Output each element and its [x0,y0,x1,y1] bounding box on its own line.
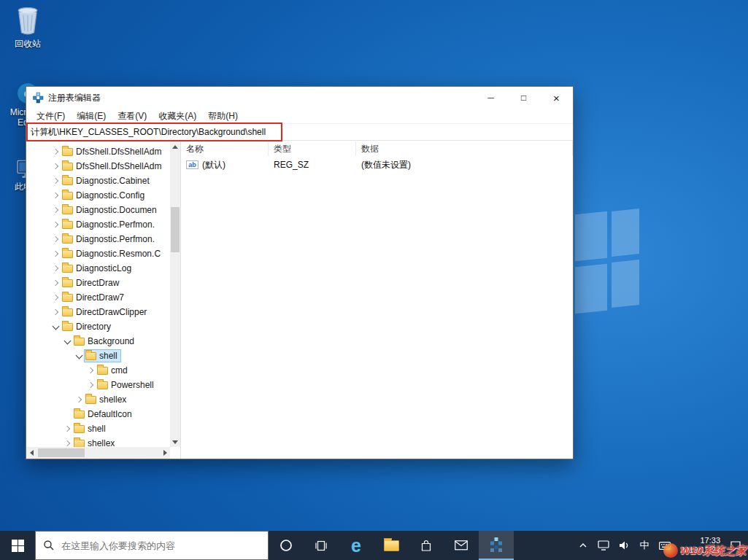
tree-node[interactable]: shell [85,350,120,362]
chevron-right-icon[interactable] [51,203,61,217]
action-center-button[interactable] [728,531,744,560]
ime-language-button[interactable]: 中 [636,531,652,560]
scroll-right-button[interactable] [160,448,170,458]
tree-node[interactable]: shellex [85,394,129,405]
start-button[interactable] [0,531,35,560]
chevron-down-icon[interactable] [51,319,61,334]
tree-item-8-diagnosticlog[interactable]: DiagnosticLog [26,261,170,276]
search-box[interactable] [35,531,269,560]
tree-item-14-shell[interactable]: shell [26,349,170,363]
scroll-down-button[interactable] [170,437,180,447]
tree-vertical-scrollbar[interactable] [170,141,180,447]
menu-file[interactable]: 文件(F) [31,110,71,122]
tree-item-1-dfsshell-dfsshelladm[interactable]: DfsShell.DfsShellAdm [26,159,170,174]
file-explorer-button[interactable] [374,531,409,560]
tree-item-6-diagnostic-perfmon-[interactable]: Diagnostic.Perfmon. [26,232,170,246]
cortana-button[interactable] [269,531,304,560]
minimize-button[interactable]: ─ [474,87,507,109]
clock[interactable]: 17:33 2019/12/24 [677,536,723,555]
tree-item-11-directdrawclipper[interactable]: DirectDrawClipper [26,305,170,319]
search-input[interactable] [61,540,261,551]
close-button[interactable]: × [540,87,573,109]
tree-node[interactable]: Powershell [96,379,157,391]
desktop-icon-recycle-bin[interactable]: 回收站 [4,6,51,49]
tree-item-16-powershell[interactable]: Powershell [26,378,170,392]
tree-item-18-defaulticon[interactable]: DefaultIcon [26,407,170,421]
address-input[interactable] [26,124,573,140]
tree-item-3-diagnostic-config[interactable]: Diagnostic.Config [26,188,170,203]
tray-expand-button[interactable] [575,531,591,560]
store-button[interactable] [409,531,444,560]
horizontal-scroll-thumb[interactable] [38,448,85,457]
scroll-left-button[interactable] [26,448,36,458]
chevron-right-icon[interactable] [63,436,73,447]
tree-node[interactable]: DfsShell.DfsShellAdm [61,160,164,172]
vertical-scroll-thumb[interactable] [171,207,180,252]
tree-item-13-background[interactable]: Background [26,334,170,349]
network-tray-button[interactable] [595,531,612,560]
chevron-right-icon[interactable] [51,188,61,203]
tree-item-15-cmd[interactable]: cmd [26,363,170,378]
tree-node[interactable]: cmd [96,365,131,376]
tree-node[interactable]: Directory [61,321,114,332]
chevron-right-icon[interactable] [51,290,61,305]
chevron-right-icon[interactable] [51,232,61,246]
tree-item-17-shellex[interactable]: shellex [26,392,170,407]
chevron-right-icon[interactable] [51,261,61,276]
chevron-right-icon[interactable] [51,276,61,290]
maximize-button[interactable]: □ [507,87,540,109]
chevron-right-icon[interactable] [51,305,61,319]
volume-tray-button[interactable] [616,531,632,560]
tree-node[interactable]: Diagnostic.Perfmon. [61,233,158,245]
tree-node[interactable]: DefaultIcon [73,408,135,420]
tree-node[interactable]: Diagnostic.Documen [61,204,160,216]
registry-value-row[interactable]: ab (默认) REG_SZ (数值未设置) [181,158,573,172]
chevron-right-icon[interactable] [51,217,61,232]
column-header-data[interactable]: 数据 [356,141,573,156]
tree-node[interactable]: DirectDrawClipper [61,306,150,318]
tree-node[interactable]: DirectDraw [61,277,122,289]
tree-item-19-shell[interactable]: shell [26,421,170,436]
tree-node[interactable]: DirectDraw7 [61,292,127,303]
chevron-right-icon[interactable] [51,174,61,188]
tree-item-9-directdraw[interactable]: DirectDraw [26,276,170,290]
title-bar[interactable]: 注册表编辑器 ─ □ × [26,87,573,109]
tree-horizontal-scrollbar[interactable] [26,447,170,459]
tree-item-12-directory[interactable]: Directory [26,319,170,334]
tree-node[interactable]: Diagnostic.Perfmon. [61,219,158,230]
mail-button[interactable] [444,531,479,560]
menu-help[interactable]: 帮助(H) [202,110,244,122]
tree-item-5-diagnostic-perfmon-[interactable]: Diagnostic.Perfmon. [26,217,170,232]
column-header-type[interactable]: 类型 [269,141,356,156]
chevron-right-icon[interactable] [51,144,61,159]
menu-view[interactable]: 查看(V) [112,110,153,122]
tree-node[interactable]: Diagnostic.Cabinet [61,175,153,187]
tree-item-20-shellex[interactable]: shellex [26,436,170,447]
column-header-name[interactable]: 名称 [181,141,269,156]
chevron-right-icon[interactable] [51,246,61,261]
desktop[interactable]: 回收站 e Microsoft Edge 此电脑 注册表编辑器 [0,0,748,560]
chevron-right-icon[interactable] [86,363,96,378]
tree-node[interactable]: shell [73,423,109,435]
tree-node[interactable]: shellex [73,438,117,447]
edge-button[interactable]: e [339,531,374,560]
scroll-up-button[interactable] [170,141,180,152]
chevron-right-icon[interactable] [51,159,61,174]
tree-item-4-diagnostic-documen[interactable]: Diagnostic.Documen [26,203,170,217]
tree-item-0-dfsshell-dfsshelladm[interactable]: DfsShell.DfsShellAdm [26,144,170,159]
chevron-right-icon[interactable] [86,378,96,392]
task-view-button[interactable] [304,531,339,560]
chevron-right-icon[interactable] [74,392,85,407]
tree-item-7-diagnostic-resmon-c[interactable]: Diagnostic.Resmon.C [26,246,170,261]
chevron-right-icon[interactable] [63,421,73,436]
tree-item-2-diagnostic-cabinet[interactable]: Diagnostic.Cabinet [26,174,170,188]
tree-node[interactable]: Background [73,335,137,347]
chevron-down-icon[interactable] [63,334,73,349]
menu-edit[interactable]: 编辑(E) [71,110,112,122]
menu-favorites[interactable]: 收藏夹(A) [153,110,202,122]
tree-node[interactable]: DfsShell.DfsShellAdm [61,146,164,158]
regedit-taskbar-button[interactable] [479,531,514,560]
tree-node[interactable]: DiagnosticLog [61,262,134,274]
tree-node[interactable]: Diagnostic.Config [61,190,147,201]
touch-keyboard-button[interactable] [657,531,673,560]
